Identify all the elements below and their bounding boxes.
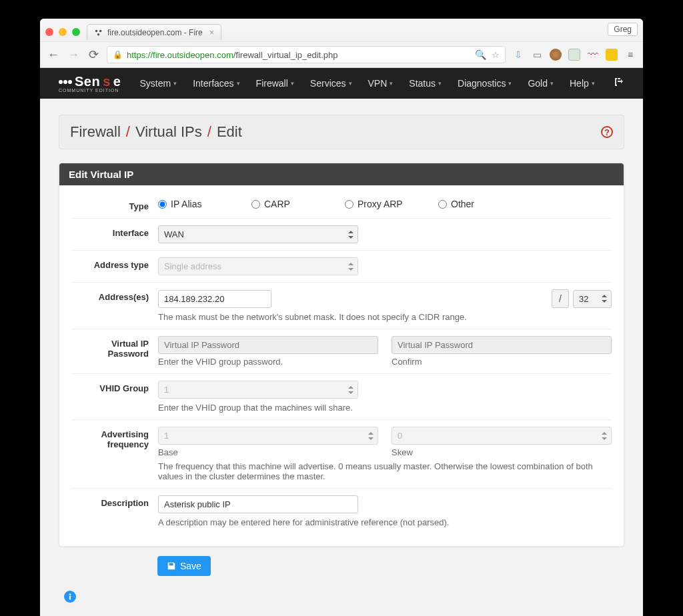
close-tab-icon[interactable]: × [209,27,215,37]
favicon-icon [94,28,103,37]
back-button[interactable]: ← [47,48,60,62]
label-addresses: Address(es) [71,289,158,322]
radio-carp[interactable]: CARP [251,199,345,209]
svg-point-1 [99,29,102,32]
star-icon[interactable]: ☆ [492,50,500,60]
svg-rect-4 [69,596,71,600]
nav-status[interactable]: Status▾ [402,70,448,97]
nav-diagnostics[interactable]: Diagnostics▾ [451,70,518,97]
nav-system[interactable]: System▾ [133,70,183,97]
vip-password-confirm-input [392,336,612,354]
crumb-edit: Edit [217,123,242,141]
address-bar[interactable]: 🔒 https://fire.outsideopen.com/firewall_… [107,46,506,63]
vip-password-help: Enter the VHID group password. [158,357,378,367]
radio-ipalias[interactable]: IP Alias [158,199,251,209]
reload-button[interactable]: ⟳ [87,47,100,62]
lock-icon: 🔒 [113,50,123,59]
addresses-help: The mask must be the network's subnet ma… [158,312,612,322]
browser-chrome: fire.outsideopen.com - Fire × Greg ← → ⟳… [40,19,643,68]
address-input[interactable] [158,290,271,308]
nav-firewall[interactable]: Firewall▾ [249,70,301,97]
extensions: ⇩ ▭ 〰 ≡ [512,49,636,61]
nav-gold[interactable]: Gold▾ [521,70,560,97]
help-icon[interactable]: ? [601,126,613,138]
vip-password-confirm-label: Confirm [392,357,612,367]
tab-title: fire.outsideopen.com - Fire [107,28,203,37]
nav-vpn[interactable]: VPN▾ [362,70,400,97]
nav-interfaces[interactable]: Interfaces▾ [186,70,246,97]
description-help: A description may be entered here for ad… [158,517,612,527]
search-icon[interactable]: 🔍 [475,49,486,60]
base-label: Base [158,447,378,457]
vhid-group-select: 1 [158,381,358,399]
freq-help: The frequency that this machine will adv… [158,461,612,481]
mask-select[interactable]: 32 [573,290,612,308]
label-type: Type [71,199,158,211]
menu-icon[interactable]: ≡ [624,49,636,61]
brand-logo[interactable]: Sense COMMUNITY EDITION [59,74,121,93]
svg-rect-5 [69,594,71,595]
base-select: 1 [158,427,378,445]
save-icon [167,561,176,571]
edit-virtual-ip-panel: Edit Virtual IP Type IP Alias CARP Proxy… [59,163,624,547]
maximize-window-icon[interactable] [72,28,80,36]
minimize-window-icon[interactable] [59,28,67,36]
label-advertising-frequency: Advertisingfrequency [71,427,158,481]
address-type-select: Single address [158,257,358,275]
ext-icon[interactable] [606,49,618,61]
window-controls[interactable] [45,28,80,36]
skew-label: Skew [392,447,612,457]
svg-point-2 [97,33,100,35]
ext-icon[interactable]: ⇩ [512,49,524,61]
label-address-type: Address type [71,257,158,275]
svg-point-0 [95,29,98,32]
skew-select: 0 [392,427,612,445]
profile-badge[interactable]: Greg [608,23,638,36]
description-input[interactable] [158,495,358,513]
radio-other[interactable]: Other [438,199,532,209]
ext-avatar-icon[interactable] [550,49,562,61]
nav-services[interactable]: Services▾ [303,70,359,97]
vip-password-input [158,336,378,354]
save-button[interactable]: Save [157,556,211,576]
info-icon[interactable] [64,592,76,605]
cast-icon[interactable]: ▭ [531,49,543,61]
ext-icon[interactable]: 〰 [587,49,599,61]
crumb-virtual-ips[interactable]: Virtual IPs [135,123,202,141]
vhid-help: Enter the VHID group that the machines w… [158,403,612,413]
radio-proxyarp[interactable]: Proxy ARP [345,199,438,209]
label-interface: Interface [71,225,158,243]
label-vip-password: Virtual IP Password [71,336,158,367]
mask-slash: / [552,289,569,308]
ext-icon[interactable] [568,49,580,61]
interface-select[interactable]: WAN [158,225,358,243]
label-vhid-group: VHID Group [71,381,158,413]
crumb-firewall[interactable]: Firewall [70,123,121,141]
browser-tab[interactable]: fire.outsideopen.com - Fire × [87,24,221,40]
nav-help[interactable]: Help▾ [563,70,602,97]
logout-icon[interactable] [614,77,624,90]
forward-button[interactable]: → [67,48,80,62]
label-description: Description [71,495,158,527]
close-window-icon[interactable] [45,28,53,36]
panel-title: Edit Virtual IP [59,163,624,185]
app-navbar: Sense COMMUNITY EDITION System▾ Interfac… [40,68,643,99]
breadcrumb: Firewall / Virtual IPs / Edit ? [59,115,624,149]
